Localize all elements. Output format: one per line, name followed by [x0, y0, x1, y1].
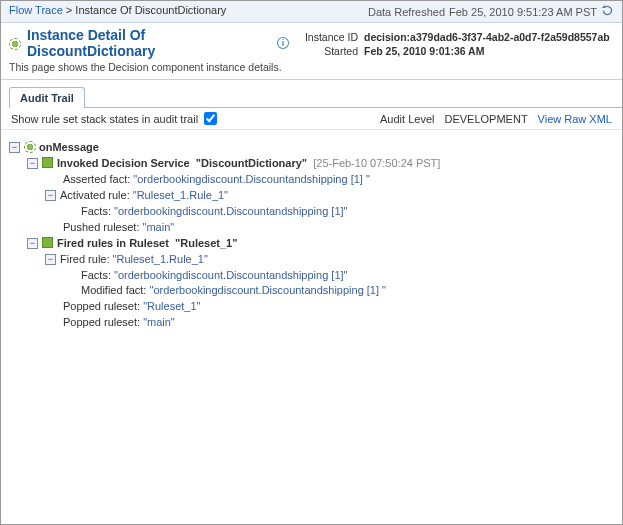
- facts-value: "orderbookingdiscount.Discountandshippin…: [114, 204, 347, 220]
- collapse-icon[interactable]: −: [27, 158, 38, 169]
- instance-id-label: Instance ID: [289, 31, 364, 43]
- popped-ruleset-value: "Ruleset_1": [143, 299, 200, 315]
- modified-fact-label: Modified fact:: [81, 283, 146, 299]
- invoked-label: Invoked Decision Service: [57, 156, 190, 172]
- popped-ruleset-label: Popped ruleset:: [63, 299, 140, 315]
- audit-level-label: Audit Level: [380, 113, 434, 125]
- modified-fact-value: "orderbookingdiscount.Discountandshippin…: [149, 283, 386, 299]
- fired-rule-value: "Ruleset_1.Rule_1": [113, 252, 208, 268]
- collapse-icon[interactable]: −: [45, 254, 56, 265]
- page-title: Instance Detail Of DiscountDictionary: [27, 27, 271, 59]
- pushed-ruleset-value: "main": [143, 220, 175, 236]
- audit-level-value: DEVELOPMENT: [444, 113, 527, 125]
- asserted-fact-label: Asserted fact:: [63, 172, 130, 188]
- popped-ruleset-value: "main": [143, 315, 175, 331]
- started-label: Started: [289, 45, 364, 57]
- gear-icon: [24, 141, 36, 153]
- collapse-icon[interactable]: −: [9, 142, 20, 153]
- pushed-ruleset-label: Pushed ruleset:: [63, 220, 139, 236]
- instance-id-value: decision:a379dad6-3f37-4ab2-a0d7-f2a59d8…: [364, 31, 610, 43]
- invoked-timestamp: [25-Feb-10 07:50:24 PST]: [313, 156, 440, 172]
- gear-icon: [9, 38, 21, 50]
- fired-rules-label: Fired rules in Ruleset: [57, 236, 169, 252]
- started-value: Feb 25, 2010 9:01:36 AM: [364, 45, 484, 57]
- flow-trace-link[interactable]: Flow Trace: [9, 4, 63, 16]
- data-refreshed-label: Data Refreshed: [368, 6, 445, 18]
- refresh-icon[interactable]: [601, 4, 614, 19]
- asserted-fact-value: "orderbookingdiscount.Discountandshippin…: [133, 172, 370, 188]
- tab-audit-trail[interactable]: Audit Trail: [9, 87, 85, 108]
- activated-rule-value: "Ruleset_1.Rule_1": [133, 188, 228, 204]
- header: Instance Detail Of DiscountDictionary i …: [1, 23, 622, 80]
- facts-label: Facts:: [81, 268, 111, 284]
- show-rule-checkbox[interactable]: [204, 112, 217, 125]
- popped-ruleset-label: Popped ruleset:: [63, 315, 140, 331]
- collapse-icon[interactable]: −: [27, 238, 38, 249]
- facts-label: Facts:: [81, 204, 111, 220]
- show-rule-label: Show rule set stack states in audit trai…: [11, 113, 198, 125]
- view-raw-xml-link[interactable]: View Raw XML: [538, 113, 612, 125]
- audit-subbar: Show rule set stack states in audit trai…: [1, 108, 622, 130]
- top-bar: Flow Trace > Instance Of DiscountDiction…: [1, 1, 622, 23]
- collapse-icon[interactable]: −: [45, 190, 56, 201]
- page-subtitle: This page shows the Decision component i…: [9, 61, 289, 73]
- info-icon[interactable]: i: [277, 37, 289, 49]
- activated-rule-label: Activated rule:: [60, 188, 130, 204]
- fired-rule-label: Fired rule:: [60, 252, 110, 268]
- facts-value: "orderbookingdiscount.Discountandshippin…: [114, 268, 347, 284]
- ruleset-icon: [42, 237, 53, 248]
- fired-rules-name: "Ruleset_1": [175, 236, 237, 252]
- breadcrumb-current: Instance Of DiscountDictionary: [75, 4, 226, 16]
- service-icon: [42, 157, 53, 168]
- invoked-name: "DiscountDictionary": [196, 156, 307, 172]
- audit-tree: − onMessage − Invoked Decision Service "…: [1, 130, 622, 341]
- breadcrumb: Flow Trace > Instance Of DiscountDiction…: [9, 4, 226, 19]
- breadcrumb-sep: >: [66, 4, 72, 16]
- onmessage-node[interactable]: onMessage: [39, 140, 99, 156]
- data-refreshed-value: Feb 25, 2010 9:51:23 AM PST: [449, 6, 597, 18]
- tab-bar: Audit Trail: [9, 86, 622, 108]
